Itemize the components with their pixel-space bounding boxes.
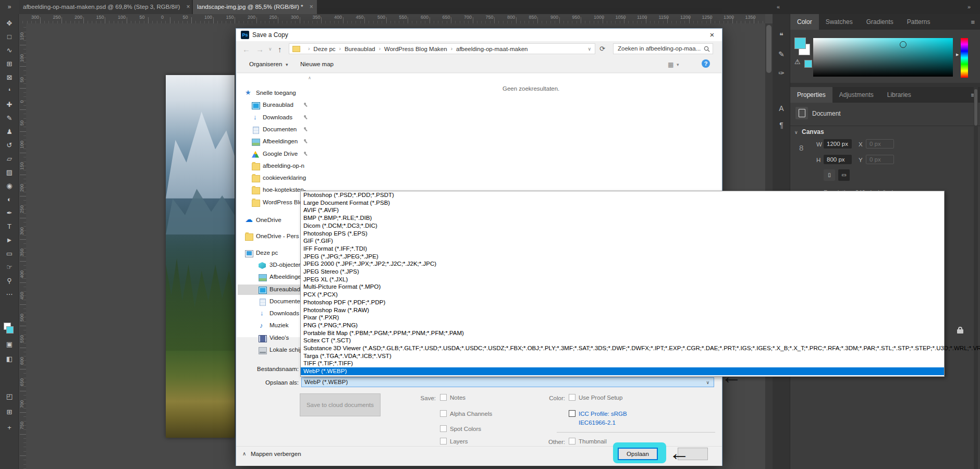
format-option[interactable]: Photoshop PDF (*.PDF;*.PDP) xyxy=(301,299,944,306)
spot-colors-checkbox[interactable] xyxy=(440,425,447,432)
crop-tool[interactable]: ⊞ xyxy=(0,58,19,70)
y-input[interactable]: 0 px xyxy=(866,155,894,164)
hue-marker-icon[interactable]: ▶ xyxy=(956,53,959,57)
format-option[interactable]: IFF Format (*.IFF;*.TDI) xyxy=(301,245,944,253)
format-option[interactable]: PNG (*.PNG;*.PNG) xyxy=(301,322,944,329)
collapse-panels-icon[interactable]: « xyxy=(777,0,780,14)
format-option[interactable]: PCX (*.PCX) xyxy=(301,291,944,299)
saveas-select[interactable]: WebP (*.WEBP) ∨ xyxy=(301,377,714,387)
paragraph-icon[interactable]: ¶ xyxy=(773,118,790,132)
search-box[interactable]: Zoeken in afbeelding-op-maa... xyxy=(613,43,713,54)
portrait-orientation-button[interactable]: ▯ xyxy=(824,169,835,181)
sidebar-item-afbeeldingen[interactable]: Afbeeldingen xyxy=(238,137,312,147)
format-option[interactable]: Photoshop Raw (*.RAW) xyxy=(301,306,944,314)
cross-icon[interactable]: + xyxy=(0,422,19,434)
sidebar-item-documenten[interactable]: Documenten xyxy=(238,125,312,135)
sidebar-item-snelle-toegang[interactable]: Snelle toegang xyxy=(238,88,312,98)
alpha-channels-checkbox[interactable] xyxy=(440,410,447,417)
path-select-tool[interactable]: ► xyxy=(0,234,19,246)
panel-menu-icon[interactable]: ≡ xyxy=(971,18,975,26)
lasso-tool[interactable]: ∿ xyxy=(0,44,19,57)
panel-options-icon[interactable]: » xyxy=(967,0,971,14)
screen-mode-icon[interactable]: ◧ xyxy=(0,353,19,365)
comment-icon[interactable]: ❝ xyxy=(773,29,790,42)
tab-gradients[interactable]: Gradients xyxy=(860,14,900,30)
breadcrumb-segment[interactable]: afbeelding-op-maat-maken xyxy=(456,46,528,52)
format-option[interactable]: JPEG (*.JPG;*.JPEG;*.JPE) xyxy=(301,253,944,261)
format-option[interactable]: JPEG XL (*.JXL) xyxy=(301,276,944,283)
tab-adjustments[interactable]: Adjustments xyxy=(832,87,880,103)
more-tools[interactable]: ⋯ xyxy=(0,288,19,301)
pin-icon[interactable] xyxy=(303,152,308,156)
color-field[interactable] xyxy=(813,38,953,77)
sidebar-item-bureaublad[interactable]: Bureaublad xyxy=(238,100,312,110)
format-option[interactable]: BMP (*.BMP;*.RLE;*.DIB) xyxy=(301,214,944,222)
close-tab-icon[interactable]: × xyxy=(310,3,313,10)
document-tab[interactable]: afbeelding-op-maat-maken.psd @ 69,8% (St… xyxy=(19,0,192,14)
quick-mask-icon[interactable]: ▣ xyxy=(0,338,19,351)
landscape-orientation-button[interactable]: ▭ xyxy=(838,169,850,181)
breadcrumb-segment[interactable]: Bureaublad xyxy=(345,46,375,52)
icc-profile-checkbox[interactable] xyxy=(569,410,575,417)
pin-icon[interactable] xyxy=(303,127,308,132)
format-option[interactable]: AVIF (*.AVIF) xyxy=(301,206,944,214)
x-input[interactable]: 0 px xyxy=(866,139,894,149)
refresh-icon[interactable]: ⟳ xyxy=(599,45,605,53)
hide-folders-button[interactable]: Mappen verbergen xyxy=(251,451,301,457)
format-option[interactable]: Photoshop (*.PSD;*.PDD;*.PSDT) xyxy=(301,191,944,199)
brush-settings-icon[interactable]: ✎ xyxy=(773,47,790,61)
gamut-swatch[interactable] xyxy=(804,60,812,68)
move-tool[interactable]: ✥ xyxy=(0,17,19,30)
format-option[interactable]: JPEG Stereo (*.JPS) xyxy=(301,268,944,276)
sidebar-item-google-drive[interactable]: Google Drive xyxy=(238,149,312,159)
zoom-tool[interactable]: ⚲ xyxy=(0,275,19,287)
hide-folders-chevron-icon[interactable]: ∧ xyxy=(242,451,246,456)
color-picker-ring[interactable] xyxy=(900,41,906,48)
pen-tool[interactable]: ✒ xyxy=(0,207,19,219)
foreground-color-swatch[interactable] xyxy=(6,326,14,334)
gradient-tool[interactable]: ▨ xyxy=(0,166,19,179)
clone-stamp-tool[interactable]: ♟ xyxy=(0,126,19,138)
link-dimensions-icon[interactable]: 8 xyxy=(799,143,803,152)
address-dropdown-icon[interactable]: ∨ xyxy=(587,46,591,52)
save-button[interactable]: Opslaan xyxy=(618,448,658,460)
thumbnail-checkbox[interactable] xyxy=(569,438,575,445)
tab-patterns[interactable]: Patterns xyxy=(900,14,937,30)
hand-tool[interactable]: ☞ xyxy=(0,261,19,274)
blur-tool[interactable]: ◉ xyxy=(0,180,19,192)
format-option[interactable]: Pixar (*.PXR) xyxy=(301,314,944,322)
format-option[interactable]: TIFF (*.TIF;*.TIFF) xyxy=(301,360,944,367)
document-tab-active[interactable]: landscape-img.jpg @ 85,5% (RGB/8#) * × xyxy=(193,0,317,14)
notes-checkbox[interactable] xyxy=(440,394,447,401)
grid-icon[interactable]: ⊞ xyxy=(0,406,19,418)
address-bar[interactable]: › Deze pc›Bureaublad›WordPress Blog Make… xyxy=(289,43,595,54)
tab-swatches[interactable]: Swatches xyxy=(819,14,860,30)
search-icon[interactable] xyxy=(704,46,710,52)
eyedropper-tool[interactable]: ❛ xyxy=(0,85,19,97)
use-proof-setup-checkbox[interactable] xyxy=(569,394,575,401)
format-option[interactable]: Multi-Picture Format (*.MPO) xyxy=(301,283,944,291)
marquee-tool[interactable]: □ xyxy=(0,31,19,43)
tab-properties[interactable]: Properties xyxy=(790,87,832,103)
format-option[interactable]: GIF (*.GIF) xyxy=(301,237,944,245)
format-option[interactable]: Photoshop EPS (*.EPS) xyxy=(301,230,944,238)
frame-tool[interactable]: ⊠ xyxy=(0,71,19,84)
sidebar-item-downloads[interactable]: Downloads xyxy=(238,113,312,123)
close-tab-icon[interactable]: × xyxy=(186,3,190,10)
sidebar-item-afbeelding-op-n[interactable]: afbeelding-op-n xyxy=(238,161,312,171)
breadcrumb-segment[interactable]: WordPress Blog Maken xyxy=(384,46,447,52)
format-option[interactable]: JPEG 2000 (*.JPF;*.JPX;*.JP2;*.J2C;*.J2K… xyxy=(301,260,944,268)
shape-tool[interactable]: ▭ xyxy=(0,248,19,260)
view-mode-icon[interactable]: ▦ xyxy=(668,61,673,68)
tab-color[interactable]: Color xyxy=(790,14,819,30)
paint-icon[interactable]: ✑ xyxy=(773,66,790,80)
format-option[interactable]: Large Document Format (*.PSB) xyxy=(301,199,944,207)
hue-slider[interactable] xyxy=(961,38,968,78)
format-option[interactable]: Targa (*.TGA;*.VDA;*.ICB;*.VST) xyxy=(301,352,944,360)
pin-icon[interactable] xyxy=(303,115,308,120)
panel-scrollbar[interactable] xyxy=(974,87,978,469)
character-icon[interactable]: A xyxy=(773,102,790,115)
canvas-scrollbar-thumb[interactable] xyxy=(766,25,771,73)
format-option[interactable]: Substance 3D Viewer (*.ASD;*.GLB;*.GLTF;… xyxy=(301,344,944,352)
format-option[interactable]: Dicom (*.DCM;*.DC3;*.DIC) xyxy=(301,222,944,230)
